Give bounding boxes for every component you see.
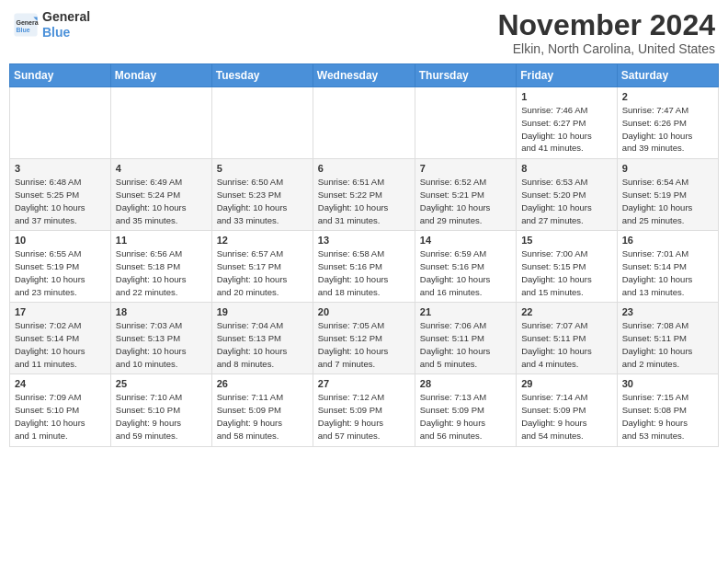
day-number: 27 xyxy=(318,378,410,389)
day-info: Sunrise: 6:55 AM Sunset: 5:19 PM Dayligh… xyxy=(15,247,106,298)
day-info: Sunrise: 7:04 AM Sunset: 5:13 PM Dayligh… xyxy=(217,319,308,370)
weekday-header-thursday: Thursday xyxy=(415,64,516,87)
day-info: Sunrise: 7:07 AM Sunset: 5:11 PM Dayligh… xyxy=(521,319,612,370)
day-info: Sunrise: 7:46 AM Sunset: 6:27 PM Dayligh… xyxy=(521,104,612,155)
calendar-cell: 20Sunrise: 7:05 AM Sunset: 5:12 PM Dayli… xyxy=(313,303,415,374)
day-number: 7 xyxy=(420,163,511,174)
day-info: Sunrise: 6:50 AM Sunset: 5:23 PM Dayligh… xyxy=(217,176,308,226)
day-number: 28 xyxy=(420,378,511,389)
weekday-header-tuesday: Tuesday xyxy=(211,64,313,87)
calendar-cell: 5Sunrise: 6:50 AM Sunset: 5:23 PM Daylig… xyxy=(211,159,313,231)
page-header: General Blue General Blue November 2024 … xyxy=(9,9,719,56)
month-year-title: November 2024 xyxy=(497,9,715,41)
day-info: Sunrise: 7:13 AM Sunset: 5:09 PM Dayligh… xyxy=(420,391,511,442)
calendar-header-row: SundayMondayTuesdayWednesdayThursdayFrid… xyxy=(10,64,719,87)
day-info: Sunrise: 6:51 AM Sunset: 5:22 PM Dayligh… xyxy=(318,176,410,226)
day-info: Sunrise: 6:49 AM Sunset: 5:24 PM Dayligh… xyxy=(116,176,207,226)
calendar-cell xyxy=(211,87,313,159)
weekday-header-sunday: Sunday xyxy=(10,64,111,87)
calendar-cell: 15Sunrise: 7:00 AM Sunset: 5:15 PM Dayli… xyxy=(517,231,618,303)
day-number: 19 xyxy=(217,306,308,317)
day-info: Sunrise: 7:05 AM Sunset: 5:12 PM Dayligh… xyxy=(318,319,410,370)
day-info: Sunrise: 7:15 AM Sunset: 5:08 PM Dayligh… xyxy=(622,391,713,442)
day-info: Sunrise: 6:48 AM Sunset: 5:25 PM Dayligh… xyxy=(15,176,106,226)
day-info: Sunrise: 7:08 AM Sunset: 5:11 PM Dayligh… xyxy=(622,319,713,370)
calendar-cell: 7Sunrise: 6:52 AM Sunset: 5:21 PM Daylig… xyxy=(415,159,516,231)
location-subtitle: Elkin, North Carolina, United States xyxy=(497,41,715,56)
calendar-cell: 24Sunrise: 7:09 AM Sunset: 5:10 PM Dayli… xyxy=(10,374,111,446)
calendar-cell xyxy=(10,87,111,159)
calendar-cell: 3Sunrise: 6:48 AM Sunset: 5:25 PM Daylig… xyxy=(10,159,111,231)
day-number: 8 xyxy=(521,163,612,174)
calendar-cell: 4Sunrise: 6:49 AM Sunset: 5:24 PM Daylig… xyxy=(110,159,211,231)
day-number: 25 xyxy=(116,378,207,389)
calendar-week-row: 24Sunrise: 7:09 AM Sunset: 5:10 PM Dayli… xyxy=(10,374,719,446)
calendar-cell: 17Sunrise: 7:02 AM Sunset: 5:14 PM Dayli… xyxy=(10,303,111,374)
calendar-cell: 14Sunrise: 6:59 AM Sunset: 5:16 PM Dayli… xyxy=(415,231,516,303)
day-number: 29 xyxy=(521,378,612,389)
day-info: Sunrise: 7:11 AM Sunset: 5:09 PM Dayligh… xyxy=(217,391,308,442)
logo: General Blue General Blue xyxy=(13,9,90,40)
svg-text:Blue: Blue xyxy=(17,27,30,33)
day-number: 6 xyxy=(318,163,410,174)
day-info: Sunrise: 7:03 AM Sunset: 5:13 PM Dayligh… xyxy=(116,319,207,370)
day-info: Sunrise: 7:47 AM Sunset: 6:26 PM Dayligh… xyxy=(622,104,713,155)
calendar-cell: 6Sunrise: 6:51 AM Sunset: 5:22 PM Daylig… xyxy=(313,159,415,231)
weekday-header-wednesday: Wednesday xyxy=(313,64,415,87)
calendar-cell: 10Sunrise: 6:55 AM Sunset: 5:19 PM Dayli… xyxy=(10,231,111,303)
calendar-cell xyxy=(415,87,516,159)
calendar-cell: 27Sunrise: 7:12 AM Sunset: 5:09 PM Dayli… xyxy=(313,374,415,446)
day-number: 9 xyxy=(622,163,713,174)
day-number: 13 xyxy=(318,235,410,246)
calendar-cell: 22Sunrise: 7:07 AM Sunset: 5:11 PM Dayli… xyxy=(517,303,618,374)
day-info: Sunrise: 6:54 AM Sunset: 5:19 PM Dayligh… xyxy=(622,176,713,226)
weekday-header-friday: Friday xyxy=(517,64,618,87)
calendar-table: SundayMondayTuesdayWednesdayThursdayFrid… xyxy=(9,63,719,446)
day-number: 23 xyxy=(622,306,713,317)
title-block: November 2024 Elkin, North Carolina, Uni… xyxy=(497,9,715,56)
day-number: 21 xyxy=(420,306,511,317)
day-number: 16 xyxy=(622,235,713,246)
calendar-cell: 16Sunrise: 7:01 AM Sunset: 5:14 PM Dayli… xyxy=(617,231,718,303)
day-info: Sunrise: 6:56 AM Sunset: 5:18 PM Dayligh… xyxy=(116,247,207,298)
day-number: 20 xyxy=(318,306,410,317)
day-number: 18 xyxy=(116,306,207,317)
day-number: 26 xyxy=(217,378,308,389)
calendar-cell: 12Sunrise: 6:57 AM Sunset: 5:17 PM Dayli… xyxy=(211,231,313,303)
day-number: 2 xyxy=(622,91,713,102)
weekday-header-saturday: Saturday xyxy=(617,64,718,87)
calendar-cell: 21Sunrise: 7:06 AM Sunset: 5:11 PM Dayli… xyxy=(415,303,516,374)
calendar-week-row: 1Sunrise: 7:46 AM Sunset: 6:27 PM Daylig… xyxy=(10,87,719,159)
calendar-cell: 2Sunrise: 7:47 AM Sunset: 6:26 PM Daylig… xyxy=(617,87,718,159)
day-info: Sunrise: 6:59 AM Sunset: 5:16 PM Dayligh… xyxy=(420,247,511,298)
weekday-header-monday: Monday xyxy=(110,64,211,87)
calendar-cell: 13Sunrise: 6:58 AM Sunset: 5:16 PM Dayli… xyxy=(313,231,415,303)
calendar-cell: 9Sunrise: 6:54 AM Sunset: 5:19 PM Daylig… xyxy=(617,159,718,231)
calendar-cell: 23Sunrise: 7:08 AM Sunset: 5:11 PM Dayli… xyxy=(617,303,718,374)
calendar-week-row: 17Sunrise: 7:02 AM Sunset: 5:14 PM Dayli… xyxy=(10,303,719,374)
calendar-cell: 25Sunrise: 7:10 AM Sunset: 5:10 PM Dayli… xyxy=(110,374,211,446)
day-number: 12 xyxy=(217,235,308,246)
calendar-cell: 30Sunrise: 7:15 AM Sunset: 5:08 PM Dayli… xyxy=(617,374,718,446)
day-number: 11 xyxy=(116,235,207,246)
day-number: 24 xyxy=(15,378,106,389)
calendar-cell xyxy=(313,87,415,159)
calendar-cell: 28Sunrise: 7:13 AM Sunset: 5:09 PM Dayli… xyxy=(415,374,516,446)
day-number: 3 xyxy=(15,163,106,174)
calendar-cell: 1Sunrise: 7:46 AM Sunset: 6:27 PM Daylig… xyxy=(517,87,618,159)
day-info: Sunrise: 7:00 AM Sunset: 5:15 PM Dayligh… xyxy=(521,247,612,298)
logo-icon: General Blue xyxy=(13,12,39,38)
day-number: 5 xyxy=(217,163,308,174)
day-number: 30 xyxy=(622,378,713,389)
calendar-cell: 11Sunrise: 6:56 AM Sunset: 5:18 PM Dayli… xyxy=(110,231,211,303)
calendar-cell: 26Sunrise: 7:11 AM Sunset: 5:09 PM Dayli… xyxy=(211,374,313,446)
day-number: 17 xyxy=(15,306,106,317)
day-number: 15 xyxy=(521,235,612,246)
svg-text:General: General xyxy=(17,19,40,26)
day-info: Sunrise: 7:06 AM Sunset: 5:11 PM Dayligh… xyxy=(420,319,511,370)
day-number: 22 xyxy=(521,306,612,317)
calendar-cell: 8Sunrise: 6:53 AM Sunset: 5:20 PM Daylig… xyxy=(517,159,618,231)
day-info: Sunrise: 6:52 AM Sunset: 5:21 PM Dayligh… xyxy=(420,176,511,226)
day-info: Sunrise: 7:09 AM Sunset: 5:10 PM Dayligh… xyxy=(15,391,106,442)
day-info: Sunrise: 7:14 AM Sunset: 5:09 PM Dayligh… xyxy=(521,391,612,442)
